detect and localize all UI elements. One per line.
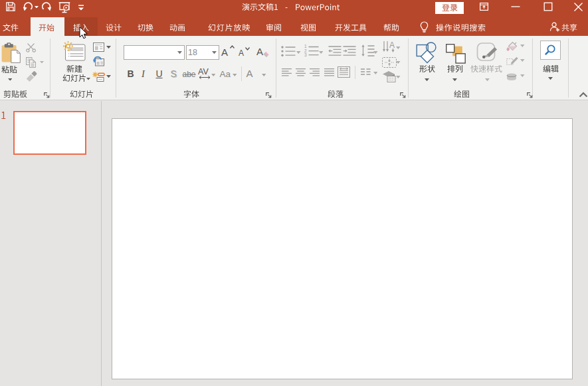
svg-text:AV: AV [198,68,209,76]
svg-text:A: A [256,46,263,57]
svg-text:A: A [389,41,395,50]
svg-text:3: 3 [304,52,307,56]
